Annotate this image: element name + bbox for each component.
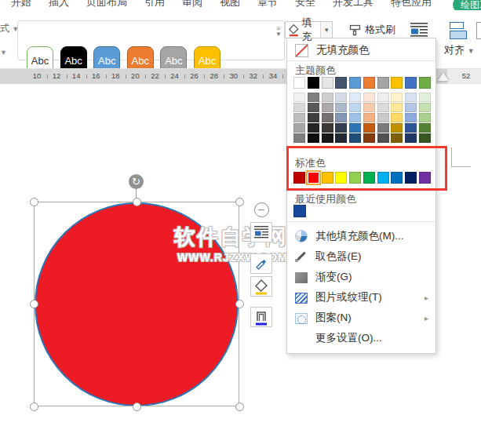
theme-variant-swatch[interactable] <box>419 103 431 112</box>
theme-variant-swatch[interactable] <box>419 113 431 122</box>
theme-variant-swatch[interactable] <box>377 93 389 102</box>
theme-variant-swatch[interactable] <box>322 103 333 112</box>
layout-options-button[interactable] <box>250 222 272 242</box>
partial-dropdown-arrow[interactable]: ▼ <box>0 49 7 56</box>
selection-handle[interactable] <box>30 198 38 206</box>
selection-handle[interactable] <box>133 198 141 206</box>
theme-variant-swatch[interactable] <box>335 113 347 122</box>
theme-variant-swatch[interactable] <box>293 93 305 102</box>
tab-插入[interactable]: 插入 <box>49 0 69 9</box>
tab-审阅[interactable]: 审阅 <box>182 0 202 9</box>
shape-style-partial-label[interactable]: 式 ▼ <box>0 22 19 35</box>
theme-color-swatch[interactable] <box>293 77 305 89</box>
theme-color-swatch[interactable] <box>349 77 361 89</box>
theme-color-swatch[interactable] <box>377 77 389 89</box>
theme-variant-swatch[interactable] <box>322 93 333 102</box>
theme-variant-swatch[interactable] <box>405 113 417 122</box>
collapse-toolbar-button[interactable] <box>254 202 269 217</box>
theme-variant-swatch[interactable] <box>419 93 431 102</box>
tab-页面布局[interactable]: 页面布局 <box>86 0 127 9</box>
theme-variant-swatch[interactable] <box>322 113 333 122</box>
theme-color-swatch[interactable] <box>322 77 333 89</box>
theme-color-swatch[interactable] <box>335 77 347 89</box>
fill-menu-item[interactable]: 图案(N)▸ <box>287 308 435 328</box>
selection-handle[interactable] <box>30 300 38 308</box>
fill-menu-item[interactable]: 图片或纹理(T)▸ <box>287 287 435 308</box>
theme-variant-swatch[interactable] <box>293 103 305 112</box>
theme-variant-swatch[interactable] <box>349 133 361 143</box>
tab-开发工具[interactable]: 开发工具 <box>333 0 374 9</box>
theme-variant-swatch[interactable] <box>363 113 375 122</box>
theme-variant-swatch[interactable] <box>308 93 319 102</box>
tab-章节[interactable]: 章节 <box>257 0 278 9</box>
theme-variant-swatch[interactable] <box>308 133 319 143</box>
theme-variant-swatch[interactable] <box>391 103 403 112</box>
right-indent-marker[interactable] <box>438 72 449 81</box>
style-brush-button[interactable] <box>250 253 272 274</box>
theme-variant-swatch[interactable] <box>335 123 347 133</box>
selection-handle[interactable] <box>30 402 38 411</box>
theme-variant-swatch[interactable] <box>419 133 431 143</box>
tab-drawing-tools[interactable]: 绘图工具 <box>453 0 481 10</box>
theme-variant-swatch[interactable] <box>363 123 375 133</box>
fill-menu-item[interactable]: 取色器(E) <box>287 246 435 267</box>
no-fill-menu-item[interactable]: 无填充颜色 <box>287 42 435 59</box>
theme-variant-swatch[interactable] <box>377 123 389 133</box>
theme-variant-swatch[interactable] <box>349 113 361 122</box>
rotation-handle[interactable]: ↻ <box>129 174 144 189</box>
theme-variant-swatch[interactable] <box>405 103 417 112</box>
theme-color-swatch[interactable] <box>405 77 417 89</box>
theme-variant-swatch[interactable] <box>335 103 347 112</box>
gallery-more-button[interactable]: ≡▼ <box>274 26 283 37</box>
selection-handle[interactable] <box>235 198 244 206</box>
tab-引用[interactable]: 引用 <box>144 0 165 9</box>
tab-开始[interactable]: 开始 <box>11 0 31 9</box>
theme-variant-swatch[interactable] <box>391 93 403 102</box>
fill-color-button[interactable]: 填充 ▼ <box>285 21 333 38</box>
selection-handle[interactable] <box>133 402 141 411</box>
theme-color-swatch[interactable] <box>308 77 319 89</box>
theme-variant-swatch[interactable] <box>349 93 361 102</box>
theme-variant-swatch[interactable] <box>293 123 305 133</box>
fill-dropdown-arrow[interactable]: ▼ <box>320 22 332 38</box>
tab-特色应用[interactable]: 特色应用 <box>391 0 432 9</box>
theme-variant-swatch[interactable] <box>377 113 389 122</box>
theme-variant-swatch[interactable] <box>391 123 403 133</box>
theme-variant-swatch[interactable] <box>308 103 319 112</box>
theme-variant-swatch[interactable] <box>405 133 417 143</box>
theme-variant-swatch[interactable] <box>377 133 389 143</box>
theme-variant-swatch[interactable] <box>349 123 361 133</box>
align-button[interactable] <box>446 20 470 41</box>
fill-color-quick-button[interactable] <box>250 276 272 297</box>
format-painter-button[interactable]: 格式刷 <box>348 21 395 38</box>
align-button-label[interactable]: 对齐 ▼ <box>444 43 475 57</box>
recent-color-swatch[interactable] <box>293 205 306 217</box>
outline-color-quick-button[interactable] <box>250 307 272 327</box>
theme-variant-swatch[interactable] <box>335 133 347 143</box>
theme-variant-swatch[interactable] <box>308 123 319 133</box>
theme-variant-swatch[interactable] <box>391 113 403 122</box>
fill-menu-item[interactable]: 渐变(G) <box>287 267 435 287</box>
theme-variant-swatch[interactable] <box>335 93 347 102</box>
theme-variant-swatch[interactable] <box>377 103 389 112</box>
selection-handle[interactable] <box>235 300 244 308</box>
theme-variant-swatch[interactable] <box>405 93 417 102</box>
theme-variant-swatch[interactable] <box>308 113 319 122</box>
theme-variant-swatch[interactable] <box>349 103 361 112</box>
theme-color-swatch[interactable] <box>363 77 375 89</box>
tab-安全[interactable]: 安全 <box>295 0 315 9</box>
fill-menu-item[interactable]: 其他填充颜色(M)... <box>287 226 435 246</box>
theme-variant-swatch[interactable] <box>293 113 305 122</box>
selection-handle[interactable] <box>235 402 244 411</box>
theme-variant-swatch[interactable] <box>363 133 375 143</box>
theme-variant-swatch[interactable] <box>322 123 333 133</box>
theme-variant-swatch[interactable] <box>391 133 403 143</box>
tab-视图[interactable]: 视图 <box>220 0 240 9</box>
theme-variant-swatch[interactable] <box>363 93 375 102</box>
theme-variant-swatch[interactable] <box>293 133 305 143</box>
theme-variant-swatch[interactable] <box>363 103 375 112</box>
theme-color-swatch[interactable] <box>391 77 403 89</box>
theme-color-swatch[interactable] <box>419 77 431 89</box>
fill-menu-item[interactable]: 更多设置(O)... <box>287 328 435 348</box>
theme-variant-swatch[interactable] <box>419 123 431 133</box>
